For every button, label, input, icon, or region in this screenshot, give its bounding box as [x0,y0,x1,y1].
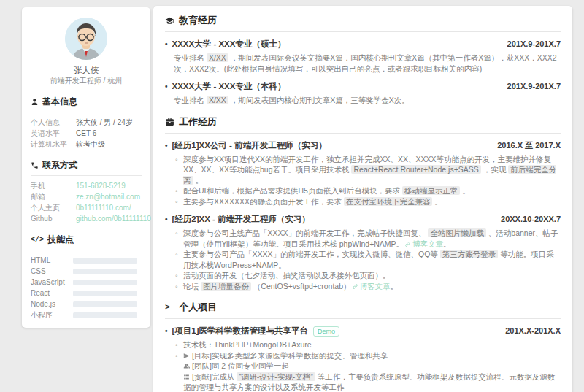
skills-header: </> 技能点 [31,234,142,250]
contact-row: Github github.com/0b11111110 [31,213,142,224]
bullet-icon: • [165,81,168,93]
project-team-line: [团队]同 2 位同专业同学一起 [175,361,561,372]
terminal-icon: >_ [165,303,174,312]
work-item-title: [经历2]XX - 前端开发工程师（实习） [172,213,310,225]
contact-section: 联系方式 手机 151-6828-5219 邮箱 ze.zn@hotmail.c… [31,159,142,224]
contact-title: 联系方式 [42,159,77,172]
phone-icon [31,161,39,169]
work-item: • [经历2]XX - 前端开发工程师（实习） 20XX.10-20XX.7 深… [165,213,561,291]
projects-section: >_ 个人项目 • [项目1]医学科学数据管理与共享平台 Demo 201X.X… [165,299,561,392]
person-name: 张大侠 [31,65,142,76]
contact-row: 手机 151-6828-5219 [31,180,142,191]
bullet-icon: • [165,39,168,50]
skill-name: JavaScript [31,278,73,286]
homepage-link[interactable]: 0b11111110.com/ [76,202,131,213]
education-item-desc: 专业排名 X/XX ，期间发表国内核心期刊文章X篇，三等奖学金X次。 [174,95,561,106]
project-item-date: 201X.X-201X.X [505,325,561,337]
work-item-date: 2016.X 至 2017.X [497,139,561,151]
bullet-icon: • [165,214,168,226]
paper-plane-icon [183,350,192,361]
education-item-date: 201X.9-201X.7 [507,80,561,92]
skill-name: Node.js [31,300,73,308]
skill-row: 小程序 [31,310,142,320]
education-section: 教育经历 • XXXX大学 - XXX专业（硕士） 201X.9-201X.7 … [165,12,561,106]
work-bullet: 活动页面的开发（七夕活动、抽奖活动以及承接外包页面）。 [175,270,561,281]
education-item-desc: 专业排名 X/XX ，期间发表国际会议英文摘要X篇，国内核心期刊文章X篇（其中第… [174,53,561,74]
work-bullet: 深度参与公司主线产品「XXXX」的前端开发工作，完成帖子快捷回复、 全站图片懒加… [175,228,561,249]
info-label: 个人信息 [31,117,76,128]
skill-bar [73,301,137,307]
contact-row: 个人主页 0b11111110.com/ [31,202,142,213]
users-icon [183,361,192,372]
avatar-cartoon-image [65,18,107,60]
skill-bar [73,258,137,264]
work-bullet: 配合UI和后端，根据产品需求提供H5页面嵌入到后台模块，要求 移动端显示正常 。 [175,185,561,196]
work-bullet: 主要参与XXXXXXX的静态页面开发工作，要求 在支付宝环境下完全兼容 。 [175,196,561,207]
blog-article-link[interactable]: 博客文章 [351,282,391,291]
link-icon [404,241,411,247]
skill-bar [73,312,137,318]
contact-header: 联系方式 [31,159,142,176]
skill-row: HTML [31,255,142,266]
skill-row: Node.js [31,299,142,310]
projects-header: >_ 个人项目 [165,299,561,319]
basic-info-title: 基本信息 [42,96,77,108]
skill-row: React [31,288,142,299]
skill-row: CSS [31,266,142,277]
list-icon [183,372,192,383]
work-bullet: 论坛 图片增量备份 （CentOS+vsftpd+crontab）博客文章。 [175,281,561,292]
avatar [65,18,107,60]
projects-title: 个人项目 [179,301,217,314]
work-bullet: 主要参与公司产品「XXXX」的前端开发工作，实现接入微博、微信、QQ等 第三方账… [175,249,561,270]
project-contribution-line: [贡献]完成从 “调研-设计-实现-文档” 等工作，主要负责系统原型、功能框架及… [175,372,561,392]
work-item-title: [经历1]XX公司 - 前端开发工程师（实习） [172,139,327,151]
work-section: 工作经历 • [经历1]XX公司 - 前端开发工程师（实习） 2016.X 至 … [165,114,561,292]
skill-name: 小程序 [31,310,73,320]
education-item-date: 201X.9-201X.7 [507,38,561,50]
project-item-title: [项目1]医学科学数据管理与共享平台 [172,325,309,337]
work-header: 工作经历 [165,114,561,134]
email-link[interactable]: ze.zn@hotmail.com [76,191,140,202]
phone-value: 151-6828-5219 [76,180,126,191]
project-stack: 技术栈：ThinkPHP+MongoDB+Axure [175,339,561,350]
contact-label: Github [31,213,76,224]
contact-label: 邮箱 [31,191,76,202]
bullet-icon: • [165,326,168,337]
person-title-city: 前端开发工程师 / 杭州 [31,76,142,86]
info-label: 计算机水平 [31,139,76,150]
education-item-title: XXXX大学 - XXX专业（本科） [172,80,286,92]
project-goal-line: [目标]实现多类型多来源医学科学数据的提交、管理和共享 [175,350,561,361]
code-icon: </> [31,236,44,244]
basic-info-header: 基本信息 [31,96,142,112]
skill-name: React [31,289,73,297]
skill-name: CSS [31,267,73,275]
education-title: 教育经历 [179,14,217,27]
user-icon [31,98,39,106]
skills-section: </> 技能点 HTML CSS JavaScript React Node.j… [31,234,142,320]
demo-badge[interactable]: Demo [313,326,339,337]
education-item: • XXXX大学 - XXX专业（本科） 201X.9-201X.7 专业排名 … [165,80,561,106]
sidebar: 张大侠 前端开发工程师 / 杭州 基本信息 个人信息 张大侠 / 男 / 24岁… [22,7,150,328]
blog-article-link[interactable]: 博客文章 [404,239,443,248]
skill-bar [73,280,137,285]
skills-title: 技能点 [47,234,74,246]
skill-bar [73,269,137,274]
bullet-icon: • [165,140,168,152]
github-link[interactable]: github.com/0b11111110 [76,213,151,224]
briefcase-icon [165,117,174,126]
education-item-title: XXXX大学 - XXX专业（硕士） [172,38,286,50]
resume-main: 教育经历 • XXXX大学 - XXX专业（硕士） 201X.9-201X.7 … [153,6,572,392]
work-bullet: 深度参与XX项目迭代XX的前端开发工作，独立承担并完成XX、XX、XXXX等功能… [175,154,561,186]
work-item-date: 20XX.10-20XX.7 [501,213,561,225]
info-value: 张大侠 / 男 / 24岁 [76,117,133,128]
work-title: 工作经历 [179,115,217,128]
education-item: • XXXX大学 - XXX专业（硕士） 201X.9-201X.7 专业排名 … [165,38,561,74]
link-icon [352,283,358,290]
contact-label: 手机 [31,180,76,191]
skill-name: HTML [31,256,73,264]
project-item: • [项目1]医学科学数据管理与共享平台 Demo 201X.X-201X.X … [165,325,561,392]
info-label: 英语水平 [31,128,76,139]
info-value: 软考中级 [76,139,105,150]
info-value: CET-6 [76,128,96,139]
work-item: • [经历1]XX公司 - 前端开发工程师（实习） 2016.X 至 2017.… [165,139,561,207]
